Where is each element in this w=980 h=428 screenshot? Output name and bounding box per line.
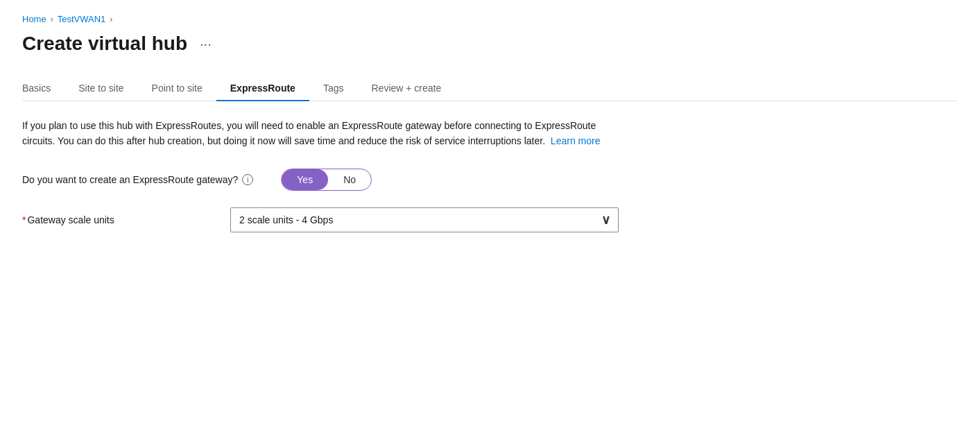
- tab-review-create[interactable]: Review + create: [358, 76, 456, 101]
- learn-more-link[interactable]: Learn more: [551, 135, 601, 146]
- required-star: *: [22, 214, 26, 225]
- scale-units-label: *Gateway scale units: [22, 214, 203, 225]
- ellipsis-menu-button[interactable]: ···: [196, 35, 216, 53]
- toggle-no-button[interactable]: No: [328, 169, 371, 190]
- gateway-question-label: Do you want to create an ExpressRoute ga…: [22, 174, 253, 185]
- gateway-info-icon[interactable]: i: [242, 174, 253, 185]
- page-header: Create virtual hub ···: [22, 33, 958, 55]
- gateway-toggle-row: Do you want to create an ExpressRoute ga…: [22, 169, 958, 191]
- tab-basics[interactable]: Basics: [22, 76, 65, 101]
- breadcrumb-home[interactable]: Home: [22, 14, 46, 24]
- tabs-container: Basics Site to site Point to site Expres…: [22, 76, 958, 101]
- page-title: Create virtual hub: [22, 33, 187, 55]
- breadcrumb-separator-2: ›: [110, 15, 112, 24]
- breadcrumb-separator-1: ›: [51, 15, 53, 24]
- scale-units-dropdown-container: 2 scale units - 4 Gbps ∨: [230, 207, 619, 232]
- tab-expressroute[interactable]: ExpressRoute: [216, 76, 309, 101]
- breadcrumb: Home › TestVWAN1 ›: [22, 14, 958, 24]
- tab-site-to-site[interactable]: Site to site: [65, 76, 137, 101]
- gateway-toggle[interactable]: Yes No: [281, 169, 372, 191]
- scale-units-dropdown[interactable]: 2 scale units - 4 Gbps ∨: [230, 207, 619, 232]
- breadcrumb-testvwan1[interactable]: TestVWAN1: [58, 14, 106, 24]
- dropdown-chevron-icon: ∨: [601, 212, 610, 228]
- description-text: If you plan to use this hub with Express…: [22, 118, 619, 149]
- toggle-yes-button[interactable]: Yes: [282, 169, 328, 190]
- tab-tags[interactable]: Tags: [309, 76, 358, 101]
- tab-point-to-site[interactable]: Point to site: [138, 76, 216, 101]
- gateway-scale-units-row: *Gateway scale units 2 scale units - 4 G…: [22, 207, 958, 232]
